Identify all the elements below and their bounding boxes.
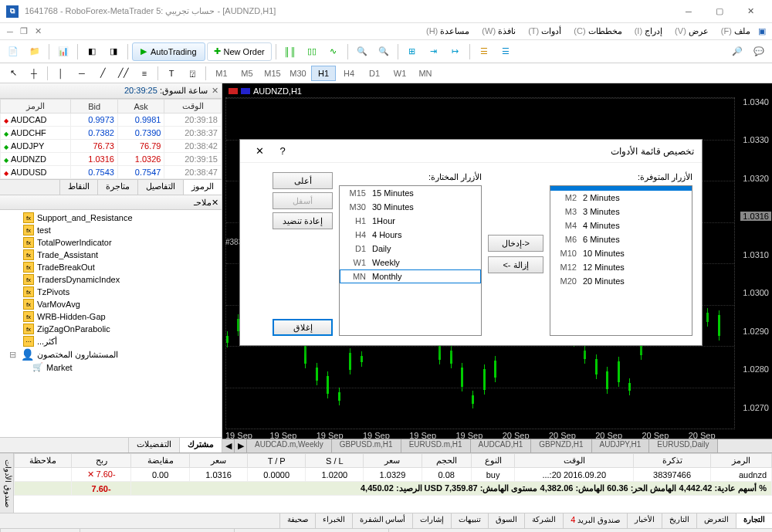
selected-item[interactable]: W1Weekly bbox=[340, 256, 481, 269]
new-order-button[interactable]: ✚ New Order bbox=[207, 42, 272, 61]
navigator-tree[interactable]: fxSupport_and_ResistancefxtestfxTotalPow… bbox=[0, 210, 222, 437]
reset-button[interactable]: إعادة تنضيد bbox=[273, 212, 333, 229]
search-button[interactable]: 🔎 bbox=[727, 42, 747, 61]
nav-indicator-node[interactable]: fxVarMovAvg bbox=[0, 298, 222, 310]
up-button[interactable]: أعلى bbox=[273, 172, 333, 189]
menu-view[interactable]: عرض (V) bbox=[669, 25, 715, 38]
mw-tab[interactable]: النقاط bbox=[59, 180, 97, 195]
timeframe-H4[interactable]: H4 bbox=[337, 66, 361, 81]
scroll-button[interactable]: ⇥ bbox=[424, 42, 444, 61]
selected-item[interactable]: H44 Hours bbox=[340, 228, 481, 242]
mdi-restore-icon[interactable]: ❐ bbox=[19, 26, 29, 37]
cursor-button[interactable]: ↖ bbox=[3, 65, 23, 82]
nav-indicator-node[interactable]: fxWRB-Hidden-Gap bbox=[0, 310, 222, 323]
market-watch-row[interactable]: AUDJPY76.7376.7920:38:42 bbox=[1, 140, 222, 153]
channel-button[interactable]: ╱╱ bbox=[113, 65, 134, 82]
menu-charts[interactable]: مخططات (C) bbox=[567, 25, 628, 38]
mw-tab[interactable]: التفاصيل bbox=[137, 180, 183, 195]
zoom-in-button[interactable]: 🔍 bbox=[352, 42, 372, 61]
toolbox-vtab[interactable]: صندوق الأدوات bbox=[0, 453, 14, 513]
remove-button[interactable]: إزالة -> bbox=[488, 256, 543, 273]
terminal-tab[interactable]: التعرض bbox=[696, 513, 736, 528]
fibo-button[interactable]: ≡ bbox=[134, 65, 154, 82]
mdi-close-icon[interactable]: ✕ bbox=[32, 26, 43, 37]
timeframe-H1[interactable]: H1 bbox=[311, 66, 336, 81]
terminal-button[interactable]: ◨ bbox=[103, 42, 124, 61]
tile-button[interactable]: ⊞ bbox=[402, 42, 422, 61]
chart-tab[interactable]: AUDJPY,H1 bbox=[592, 439, 650, 452]
available-item[interactable]: M33 Minutes bbox=[550, 205, 692, 219]
selected-listbox[interactable]: M1515 MinutesM3030 MinutesH11HourH44 Hou… bbox=[339, 185, 482, 336]
terminal-tab[interactable]: الأخبار bbox=[627, 513, 662, 528]
chart-tab[interactable]: GBPNZD,H1 bbox=[531, 439, 591, 452]
status-profile[interactable]: Default bbox=[234, 529, 388, 532]
nav-indicator-node[interactable]: fxZigZagOnParabolic bbox=[0, 323, 222, 335]
tab-next[interactable]: ▶ bbox=[235, 439, 247, 452]
nav-button[interactable]: ◧ bbox=[82, 42, 102, 61]
navigator-close[interactable]: ✕ bbox=[212, 198, 218, 208]
timeframe-W1[interactable]: W1 bbox=[388, 66, 412, 81]
timeframe-MN[interactable]: MN bbox=[413, 66, 438, 81]
selected-item[interactable]: M1515 Minutes bbox=[340, 186, 481, 200]
nav-indicator-node[interactable]: fxSupport_and_Resistance bbox=[0, 212, 222, 224]
timeframe-M15[interactable]: M15 bbox=[260, 66, 285, 81]
market-watch-row[interactable]: AUDCHF0.73820.739020:38:37 bbox=[1, 127, 222, 140]
terminal-tab[interactable]: إشارات bbox=[412, 513, 451, 528]
dialog-help-button[interactable]: ? bbox=[271, 145, 294, 157]
shift-button[interactable]: ↦ bbox=[445, 42, 466, 61]
mw-tab[interactable]: الرموز bbox=[183, 180, 222, 195]
terminal-tab[interactable]: التاريخ bbox=[662, 513, 696, 528]
nav-tab-common[interactable]: مشترك bbox=[179, 438, 222, 452]
profiles-button[interactable]: 📁 bbox=[25, 42, 45, 61]
market-depth-button[interactable]: 📊 bbox=[53, 42, 73, 61]
zoom-out-button[interactable]: 🔍 bbox=[374, 42, 394, 61]
bar-chart-button[interactable]: ║║ bbox=[280, 42, 300, 61]
terminal-tab[interactable]: الشركة bbox=[524, 513, 563, 528]
dialog-close-action[interactable]: إغلاق bbox=[273, 319, 333, 336]
selected-item[interactable]: M3030 Minutes bbox=[340, 200, 481, 214]
selected-item[interactable]: MNMonthly bbox=[340, 269, 481, 283]
line-chart-button[interactable]: ∿ bbox=[323, 42, 344, 61]
available-item[interactable]: M22 Minutes bbox=[550, 191, 692, 205]
new-chart-button[interactable]: 📄 bbox=[3, 42, 23, 61]
text-button[interactable]: T bbox=[161, 65, 181, 82]
add-button[interactable]: <-إدخال bbox=[488, 235, 543, 252]
terminal-tab[interactable]: صحيفة bbox=[279, 513, 315, 528]
available-listbox[interactable]: M22 MinutesM33 MinutesM44 MinutesM66 Min… bbox=[550, 185, 692, 336]
nav-indicator-node[interactable]: fxTradeBreakOut bbox=[0, 261, 222, 273]
available-item[interactable]: M1010 Minutes bbox=[550, 246, 692, 260]
nav-tab-fav[interactable]: التفضيلات bbox=[128, 438, 179, 452]
terminal-tab[interactable]: السوق bbox=[488, 513, 524, 528]
mdi-icon[interactable]: ▣ bbox=[757, 26, 767, 37]
status-connection[interactable]: 294 / 2 Kb 📶 bbox=[0, 529, 80, 532]
nav-indicator-node[interactable]: fxtest bbox=[0, 224, 222, 236]
timeframe-M1[interactable]: M1 bbox=[209, 66, 234, 81]
maximize-button[interactable]: ▢ bbox=[704, 4, 735, 19]
chart-tab[interactable]: EURUSD.m,H1 bbox=[401, 439, 471, 452]
timeframe-M30[interactable]: M30 bbox=[286, 66, 310, 81]
hline-button[interactable]: ─ bbox=[72, 65, 92, 82]
terminal-tab[interactable]: الخبراء bbox=[315, 513, 352, 528]
selected-item[interactable]: D1Daily bbox=[340, 242, 481, 256]
trade-row[interactable]: audnzd 38397466 2016.09.20 20:... buy 0.… bbox=[15, 468, 772, 482]
chart-tab[interactable]: EURUSD,Daily bbox=[649, 439, 717, 452]
nav-market[interactable]: 🛒Market bbox=[0, 361, 222, 373]
menu-window[interactable]: نافذة (W) bbox=[476, 25, 522, 38]
terminal-tab[interactable]: تنبيهات bbox=[451, 513, 488, 528]
dialog-close-button[interactable]: ✕ bbox=[248, 145, 271, 157]
chart-tab[interactable]: AUDCAD.m,Weekly bbox=[247, 439, 332, 452]
minimize-button[interactable]: ─ bbox=[673, 4, 704, 19]
nav-indicator-node[interactable]: fxTrade_Assistant bbox=[0, 249, 222, 261]
mw-tab[interactable]: متاجرة bbox=[97, 180, 137, 195]
candle-chart-button[interactable]: ▯▯ bbox=[302, 42, 322, 61]
available-item[interactable]: M44 Minutes bbox=[550, 219, 692, 232]
indicators-button[interactable]: ☰ bbox=[474, 42, 494, 61]
available-item[interactable]: M2020 Minutes bbox=[550, 274, 692, 288]
nav-more[interactable]: ⋯...أكثر bbox=[0, 335, 222, 347]
nav-indicator-node[interactable]: fxTotalPowerIndicator bbox=[0, 236, 222, 249]
chat-button[interactable]: 💬 bbox=[749, 42, 769, 61]
available-item[interactable]: M1212 Minutes bbox=[550, 260, 692, 274]
menu-tools[interactable]: أدوات (T) bbox=[522, 25, 567, 38]
chart-tab[interactable]: GBPUSD.m,H1 bbox=[332, 439, 401, 452]
terminal-tab[interactable]: أساس الشفرة bbox=[352, 513, 413, 528]
